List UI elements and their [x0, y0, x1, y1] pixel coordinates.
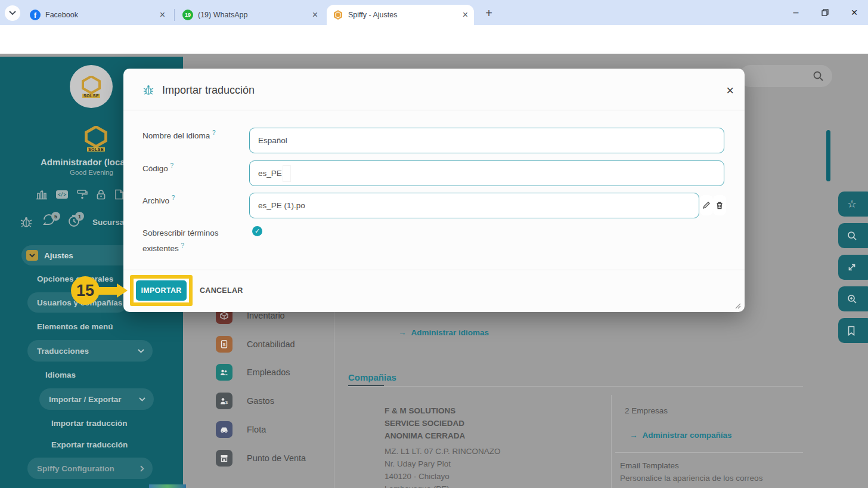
tab-separator: [174, 9, 175, 21]
tab-label: Facebook: [45, 11, 155, 19]
app-item-gastos[interactable]: $ Gastos: [207, 387, 327, 415]
svg-text:$: $: [223, 342, 226, 347]
overwrite-label: Sobrescribir términos existentes ?: [142, 227, 219, 255]
bookmark-fab-button[interactable]: [838, 318, 868, 343]
bank-building-icon[interactable]: [36, 189, 48, 200]
import-button[interactable]: IMPORTAR: [136, 280, 187, 301]
column-divider: [334, 303, 334, 488]
sidebar-item-importar-traduccion[interactable]: Importar traducción: [51, 417, 128, 429]
whatsapp-icon: 19: [182, 10, 193, 20]
tab-close-icon[interactable]: ×: [463, 10, 468, 20]
code-label: Código ?: [142, 162, 173, 173]
dialog-close-button[interactable]: ×: [726, 83, 734, 98]
activity-indicator[interactable]: 1: [67, 214, 80, 230]
file-input[interactable]: es_PE (1).po: [249, 193, 699, 218]
tab-whatsapp[interactable]: 19 (19) WhatsApp ×: [176, 5, 324, 25]
bug-icon[interactable]: [20, 216, 33, 228]
tab-close-icon[interactable]: ×: [312, 10, 318, 20]
favorites-fab-button[interactable]: ☆: [838, 192, 868, 217]
chevron-down-icon: [139, 397, 145, 401]
settings-icon: [26, 250, 38, 261]
fleet-car-icon: [216, 421, 232, 438]
tab-close-icon[interactable]: ×: [160, 10, 165, 20]
settings-row-divider: [615, 452, 803, 453]
cancel-button[interactable]: CANCELAR: [200, 280, 243, 301]
dialog-header: Importar traducción ×: [123, 69, 745, 110]
annotation-arrow: [99, 287, 117, 295]
app-item-flota[interactable]: Flota: [207, 415, 327, 444]
sidebar-status-icons: 5 1 Sucursa: [20, 214, 124, 230]
manage-languages-link[interactable]: → Administrar idiomas: [398, 328, 489, 337]
chevron-down-icon: [9, 11, 16, 16]
code-input[interactable]: es_PE: [249, 160, 724, 186]
window-restore-button[interactable]: [816, 4, 834, 21]
overwrite-checkbox[interactable]: ✓: [252, 226, 262, 236]
window-close-button[interactable]: ×: [845, 4, 863, 21]
footer-divider: [123, 270, 745, 270]
text-caret: [283, 166, 290, 181]
tab-facebook[interactable]: f Facebook ×: [24, 5, 171, 25]
step-number-badge: 15: [71, 276, 100, 305]
sidebar-item-traducciones[interactable]: Traducciones: [27, 340, 153, 362]
company-column-divider: [611, 395, 612, 488]
new-tab-button[interactable]: +: [482, 6, 496, 20]
sidebar-item-idiomas[interactable]: Idiomas: [45, 369, 76, 381]
app-item-empleados[interactable]: Empleados: [207, 358, 327, 387]
sidebar-item-importar-exportar[interactable]: Importar / Exportar: [39, 388, 154, 410]
sidebar-item-elementos-menu[interactable]: Elementos de menú: [37, 320, 113, 332]
arrow-right-icon: →: [398, 328, 407, 337]
help-icon[interactable]: ?: [181, 242, 185, 249]
point-of-sale-store-icon: [216, 450, 232, 467]
search-icon: [813, 70, 824, 82]
language-name-input[interactable]: Español: [249, 128, 724, 153]
help-icon[interactable]: ?: [212, 129, 216, 136]
tab-search-button[interactable]: [5, 5, 20, 21]
chat-indicator[interactable]: 5: [42, 214, 58, 230]
tab-label: Spiffy - Ajustes: [348, 11, 458, 19]
branch-label: Sucursa: [92, 218, 124, 227]
browser-tabstrip: f Facebook × 19 (19) WhatsApp × Spiffy -…: [0, 0, 868, 25]
tab-spiffy-active[interactable]: Spiffy - Ajustes ×: [327, 5, 474, 25]
companies-count: 2 Empresas: [625, 404, 668, 417]
import-translation-dialog: Importar traducción × Nombre del idioma …: [123, 69, 745, 312]
bug-icon: [142, 84, 154, 96]
manage-companies-link[interactable]: → Administrar compañías: [630, 431, 732, 440]
scrollbar-indicator[interactable]: [826, 130, 830, 181]
paint-roller-icon[interactable]: [76, 189, 88, 200]
lock-icon[interactable]: [96, 189, 106, 200]
window-minimize-button[interactable]: –: [787, 4, 805, 21]
help-icon[interactable]: ?: [172, 194, 175, 201]
app-label: Inventario: [247, 311, 285, 320]
zoom-in-icon: [847, 294, 857, 304]
sidebar-item-spiffy-configuration[interactable]: Spiffy Configuration: [27, 458, 153, 479]
solse-logo-badge: SOLSE: [70, 65, 113, 108]
dialog-title: Importar traducción: [162, 84, 255, 97]
email-templates-description: Personalice la apariencia de los correos: [620, 472, 762, 484]
app-label: Flota: [247, 425, 266, 434]
chat-badge: 5: [51, 212, 60, 221]
accounting-invoice-icon: $: [216, 336, 232, 353]
companies-divider: [348, 386, 803, 387]
help-icon[interactable]: ?: [170, 162, 174, 169]
expand-arrows-icon: [847, 262, 857, 272]
screen: f Facebook × 19 (19) WhatsApp × Spiffy -…: [0, 0, 868, 488]
zoom-in-fab-button[interactable]: [838, 286, 868, 311]
app-label: Punto de Venta: [247, 453, 306, 463]
app-item-punto-de-venta[interactable]: Punto de Venta: [207, 444, 327, 472]
search-fab-button[interactable]: [838, 223, 868, 248]
expand-fab-button[interactable]: [838, 255, 868, 280]
code-icon[interactable]: </>: [55, 190, 69, 199]
arrow-right-icon: →: [630, 431, 638, 440]
delete-file-chip[interactable]: [713, 195, 726, 215]
resize-handle[interactable]: [734, 302, 741, 309]
edit-file-chip[interactable]: [700, 195, 713, 215]
company-name: F & M SOLUTIONS SERVICE SOCIEDAD ANONIMA…: [385, 404, 465, 442]
app-item-contabilidad[interactable]: $ Contabilidad: [207, 330, 327, 359]
page-search-bar[interactable]: [739, 65, 832, 87]
app-label: Empleados: [247, 367, 290, 377]
file-label: Archivo ?: [142, 194, 175, 205]
search-icon: [847, 231, 857, 241]
restore-icon: [822, 9, 829, 16]
company-address: MZ. L1 LT. 07 C.P. RINCONAZO Nr. Uday Pa…: [385, 445, 501, 488]
sidebar-item-exportar-traduccion[interactable]: Exportar traducción: [51, 438, 128, 450]
